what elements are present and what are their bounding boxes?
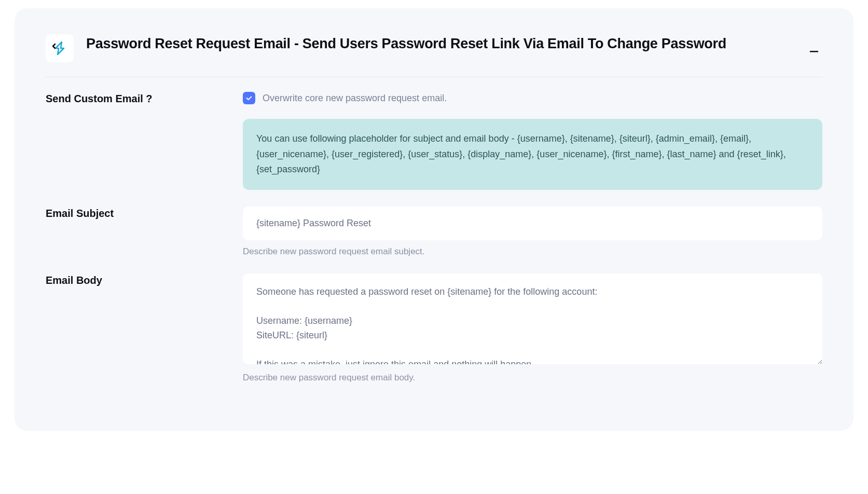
email-body-help: Describe new password request email body… bbox=[243, 373, 822, 383]
email-subject-help: Describe new password request email subj… bbox=[243, 246, 822, 257]
send-custom-email-control: Overwrite core new password request emai… bbox=[243, 92, 822, 190]
email-body-row: Email Body Describe new password request… bbox=[46, 273, 822, 383]
email-body-textarea[interactable] bbox=[243, 273, 822, 364]
settings-panel: Password Reset Request Email - Send User… bbox=[15, 8, 853, 431]
check-icon bbox=[245, 94, 253, 102]
email-subject-label: Email Subject bbox=[46, 207, 243, 219]
email-subject-control: Describe new password request email subj… bbox=[243, 207, 822, 257]
email-subject-row: Email Subject Describe new password requ… bbox=[46, 207, 822, 257]
placeholder-info-box: You can use following placeholder for su… bbox=[243, 119, 822, 190]
overwrite-checkbox[interactable] bbox=[243, 92, 255, 104]
panel-header: Password Reset Request Email - Send User… bbox=[46, 34, 822, 77]
send-custom-email-row: Send Custom Email ? Overwrite core new p… bbox=[46, 92, 822, 190]
svg-rect-0 bbox=[810, 51, 818, 52]
panel-logo-icon bbox=[46, 34, 74, 62]
email-body-label: Email Body bbox=[46, 273, 243, 286]
checkbox-row: Overwrite core new password request emai… bbox=[243, 92, 822, 104]
checkbox-label: Overwrite core new password request emai… bbox=[263, 93, 447, 104]
collapse-button[interactable] bbox=[806, 38, 822, 57]
email-subject-input[interactable] bbox=[243, 207, 822, 240]
panel-title: Password Reset Request Email - Send User… bbox=[86, 34, 793, 53]
email-body-control: Describe new password request email body… bbox=[243, 273, 822, 383]
send-custom-email-label: Send Custom Email ? bbox=[46, 92, 243, 105]
